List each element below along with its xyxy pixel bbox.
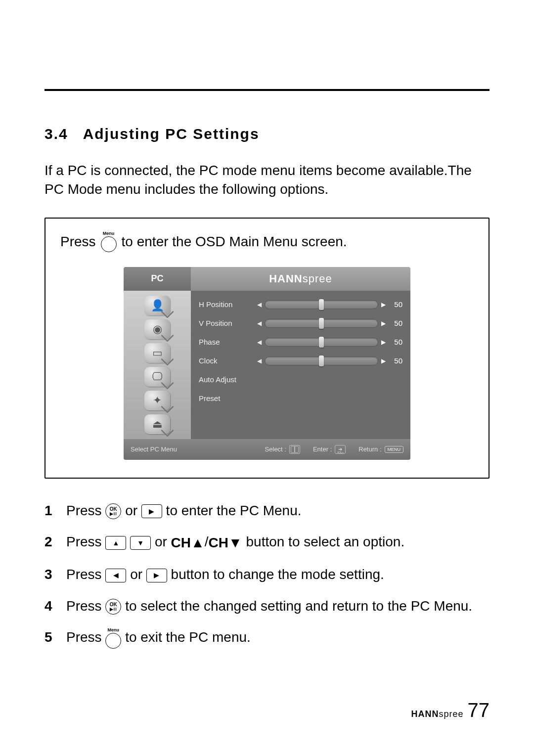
osd-row[interactable]: Auto Adjust: [199, 373, 402, 387]
menu-label: Menu: [103, 231, 115, 236]
osd-row-label: Auto Adjust: [199, 375, 253, 384]
slider[interactable]: ◀▶: [257, 356, 386, 365]
section-number: 3.4: [44, 126, 68, 142]
horizontal-rule: [44, 89, 490, 91]
brand-bold: HANN: [269, 272, 303, 285]
pc-icon[interactable]: 🖵: [144, 367, 170, 387]
osd-row-label: Phase: [199, 338, 253, 346]
left-arrow-icon[interactable]: ◀: [257, 357, 262, 364]
steps-list: 1Press OK▶II or ▶ to enter the PC Menu.2…: [44, 501, 490, 649]
osd-row-value: 50: [390, 338, 402, 346]
step-body: Press ◀ or ▶ button to change the mode s…: [66, 565, 490, 584]
lock-screen-icon[interactable]: ⏏: [144, 414, 170, 434]
osd-footer-return: Return : MENU: [358, 445, 403, 453]
slider-thumb[interactable]: [319, 299, 324, 310]
bold-text: CH▲: [171, 534, 205, 552]
step-number: 2: [44, 533, 57, 552]
osd-header: PC HANNspree: [124, 267, 410, 291]
eye-icon[interactable]: ◉: [144, 319, 170, 339]
page-number: 77: [468, 699, 490, 721]
text: Press: [66, 630, 105, 645]
text: to enter the PC Menu.: [162, 503, 302, 518]
osd-main: H Position◀▶50V Position◀▶50Phase◀▶50Clo…: [191, 291, 410, 439]
text: Press: [66, 534, 105, 549]
osd-row[interactable]: V Position◀▶50: [199, 316, 402, 330]
left-arrow-icon[interactable]: ◀: [257, 320, 262, 327]
osd-row-label: V Position: [199, 319, 253, 327]
slider-track[interactable]: [265, 338, 378, 347]
menu-button-icon: Menu: [105, 628, 121, 649]
osd-tab-title: PC: [124, 267, 191, 291]
step-number: 4: [44, 597, 57, 616]
text: Press: [66, 567, 105, 582]
right-button-icon: ▶: [146, 569, 167, 582]
enter-key-icon: [335, 445, 346, 454]
slider-thumb[interactable]: [319, 318, 324, 329]
osd-row[interactable]: Preset: [199, 392, 402, 405]
slider-thumb[interactable]: [319, 337, 324, 348]
slider[interactable]: ◀▶: [257, 338, 386, 347]
text: to enter the OSD Main Menu screen.: [122, 234, 347, 250]
right-arrow-icon[interactable]: ▶: [381, 301, 386, 308]
step-body: Press OK▶II to select the changed settin…: [66, 597, 490, 616]
left-arrow-icon[interactable]: ◀: [257, 301, 262, 308]
text: to select the changed setting and return…: [121, 598, 472, 614]
step: 1Press OK▶II or ▶ to enter the PC Menu.: [44, 501, 490, 520]
step-number: 3: [44, 565, 57, 584]
step-number: 5: [44, 628, 57, 649]
slider-thumb[interactable]: [319, 356, 324, 366]
step-number: 1: [44, 501, 57, 520]
text: Press: [66, 503, 105, 518]
osd-row-value: 50: [390, 319, 402, 327]
ok-button-icon: OK▶II: [105, 503, 121, 519]
text: [126, 534, 130, 549]
step: 4Press OK▶II to select the changed setti…: [44, 597, 490, 616]
step: 3Press ◀ or ▶ button to change the mode …: [44, 565, 490, 584]
menu-key-icon: MENU: [385, 446, 404, 453]
osd-sidebar: 👤◉▭🖵✦⏏: [124, 291, 191, 439]
osd-row-label: H Position: [199, 300, 253, 309]
ok-button-icon: OK▶II: [105, 599, 121, 615]
osd-row[interactable]: H Position◀▶50: [199, 298, 402, 311]
text: Press: [60, 234, 96, 250]
text: /: [205, 534, 209, 549]
osd-panel: PC HANNspree 👤◉▭🖵✦⏏ H Position◀▶50V Posi…: [124, 267, 410, 460]
section-title: 3.4 Adjusting PC Settings: [44, 126, 490, 142]
right-arrow-icon[interactable]: ▶: [381, 357, 386, 364]
slider[interactable]: ◀▶: [257, 300, 386, 309]
menu-button-icon: Menu: [101, 231, 117, 252]
monitor-icon[interactable]: ▭: [144, 343, 170, 363]
osd-footer-select: Select :: [265, 445, 300, 454]
slider[interactable]: ◀▶: [257, 319, 386, 328]
page-footer: HANNspree 77: [44, 699, 490, 721]
text: button to change the mode setting.: [167, 567, 384, 582]
slider-track[interactable]: [265, 356, 378, 365]
text: or: [126, 567, 146, 582]
step-body: Press ▲ ▼ or CH▲/CH▼ button to select an…: [66, 533, 490, 552]
osd-footer-enter: Enter :: [313, 445, 346, 454]
right-arrow-icon[interactable]: ▶: [381, 320, 386, 327]
slider-track[interactable]: [265, 300, 378, 309]
footer-brand: HANNspree: [411, 709, 463, 719]
slider-track[interactable]: [265, 319, 378, 328]
brand-light: spree: [303, 272, 332, 285]
osd-example-frame: Press Menu to enter the OSD Main Menu sc…: [44, 218, 490, 479]
osd-row-value: 50: [390, 356, 402, 365]
left-button-icon: ◀: [105, 569, 126, 582]
text: to exit the PC menu.: [121, 630, 250, 645]
osd-row[interactable]: Phase◀▶50: [199, 335, 402, 349]
text: or: [121, 503, 141, 518]
left-arrow-icon[interactable]: ◀: [257, 339, 262, 346]
osd-row-label: Preset: [199, 394, 253, 402]
right-button-icon: ▶: [141, 504, 162, 518]
wrench-icon[interactable]: ✦: [144, 391, 170, 410]
person-icon[interactable]: 👤: [144, 296, 170, 315]
osd-row[interactable]: Clock◀▶50: [199, 354, 402, 368]
right-arrow-icon[interactable]: ▶: [381, 339, 386, 346]
section-heading: Adjusting PC Settings: [83, 126, 260, 142]
text: or: [151, 534, 171, 549]
text: Press: [66, 598, 105, 614]
text: button to select an option.: [242, 534, 404, 549]
step-body: Press OK▶II or ▶ to enter the PC Menu.: [66, 501, 490, 520]
osd-footer-left: Select PC Menu: [131, 445, 177, 453]
